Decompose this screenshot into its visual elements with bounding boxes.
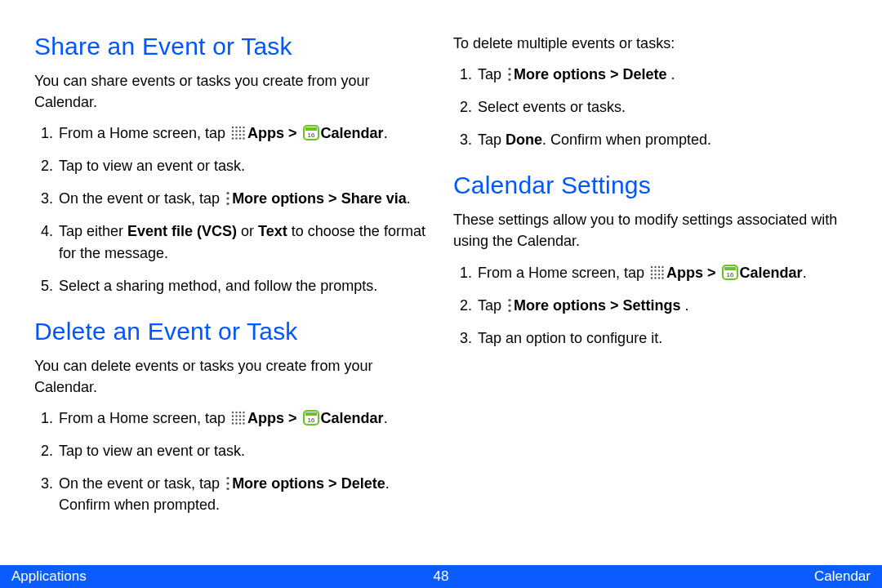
text: . Confirm when prompted. [542, 131, 711, 148]
calendar-icon: 16 [303, 409, 319, 425]
text: or [237, 223, 258, 239]
page-body: Share an Event or Task You can share eve… [0, 0, 882, 537]
delete-title: Delete an Event or Task [34, 318, 429, 345]
right-column: To delete multiple events or tasks: Tap … [453, 33, 848, 537]
svg-point-68 [508, 310, 510, 312]
svg-point-53 [658, 270, 660, 271]
calendar-label: Calendar [740, 265, 803, 281]
svg-point-1 [235, 127, 237, 128]
calendar-icon: 16 [722, 264, 738, 280]
share-step-3: On the event or task, tap More options >… [57, 188, 429, 209]
svg-point-66 [508, 299, 510, 301]
svg-point-26 [232, 415, 234, 416]
calendar-label: Calendar [321, 125, 384, 141]
text: Tap [478, 131, 506, 148]
svg-point-56 [654, 273, 656, 274]
svg-point-55 [651, 273, 653, 274]
svg-point-44 [508, 68, 510, 70]
svg-point-6 [239, 130, 241, 131]
text: Tap [478, 297, 506, 314]
svg-point-42 [227, 483, 229, 485]
settings-step-1: From a Home screen, tap Apps > 16Calenda… [476, 262, 848, 283]
svg-point-45 [508, 73, 510, 75]
text: Tap either [59, 223, 127, 239]
more-options-icon [225, 476, 230, 491]
svg-point-10 [239, 134, 241, 136]
svg-point-4 [232, 130, 234, 131]
svg-point-14 [239, 137, 241, 139]
delete-multi-step-2: Select events or tasks. [476, 96, 848, 118]
apps-label: Apps > [247, 125, 301, 141]
svg-point-58 [662, 273, 663, 274]
svg-point-30 [232, 419, 234, 421]
settings-step-2: Tap More options > Settings . [476, 295, 848, 316]
text: From a Home screen, tap [59, 125, 229, 141]
svg-point-46 [508, 78, 510, 81]
delete-multi-step-1: Tap More options > Delete . [476, 64, 848, 85]
svg-point-35 [235, 422, 237, 424]
svg-rect-39 [305, 412, 317, 416]
text: On the event or task, tap [59, 475, 224, 492]
more-options-icon [507, 67, 512, 82]
share-step-2: Tap to view an event or task. [57, 155, 429, 176]
more-options-label: More options > Share via [232, 190, 407, 207]
svg-point-34 [232, 422, 234, 424]
bold: Done [506, 131, 542, 148]
svg-point-49 [658, 265, 660, 267]
svg-point-23 [235, 412, 237, 413]
calendar-label: Calendar [321, 410, 384, 426]
settings-lead: These settings allow you to modify setti… [453, 209, 848, 252]
svg-point-61 [658, 277, 660, 278]
text: . [671, 66, 675, 82]
share-title: Share an Event or Task [34, 33, 429, 60]
apps-label: Apps > [247, 410, 301, 426]
svg-point-59 [651, 277, 653, 278]
svg-point-28 [239, 415, 241, 416]
svg-text:16: 16 [307, 131, 314, 139]
svg-point-0 [232, 127, 234, 128]
svg-point-36 [239, 422, 241, 424]
text: Tap [478, 66, 506, 82]
delete-multi-steps: Tap More options > Delete . Select event… [453, 64, 848, 150]
text: . [384, 125, 388, 141]
svg-point-9 [235, 134, 237, 136]
delete-step-2: Tap to view an event or task. [57, 440, 429, 461]
svg-point-11 [243, 134, 244, 136]
share-steps: From a Home screen, tap Apps > 16Calenda… [34, 122, 429, 296]
svg-point-15 [243, 137, 244, 139]
page-footer: Applications 48 Calendar [0, 565, 882, 588]
svg-point-25 [243, 412, 244, 413]
text: . [685, 297, 689, 314]
share-step-1: From a Home screen, tap Apps > 16Calenda… [57, 122, 429, 144]
svg-point-12 [232, 137, 234, 139]
settings-steps: From a Home screen, tap Apps > 16Calenda… [453, 262, 848, 349]
share-step-4: Tap either Event file (VCS) or Text to c… [57, 220, 429, 263]
svg-point-19 [227, 192, 229, 194]
svg-point-37 [243, 422, 244, 424]
svg-point-57 [658, 273, 660, 274]
svg-point-62 [662, 277, 663, 278]
share-step-5: Select a sharing method, and follow the … [57, 275, 429, 296]
svg-point-8 [232, 134, 234, 136]
svg-point-51 [651, 270, 653, 271]
svg-point-2 [239, 127, 241, 128]
more-options-label: More options > Delete [232, 475, 385, 492]
text: . [803, 265, 807, 281]
delete-lead: You can delete events or tasks you creat… [34, 355, 429, 398]
svg-point-20 [227, 198, 229, 200]
text: . [407, 190, 411, 207]
svg-point-31 [235, 419, 237, 421]
text: From a Home screen, tap [478, 265, 648, 281]
svg-point-22 [232, 412, 234, 413]
svg-point-43 [227, 488, 229, 490]
svg-text:16: 16 [726, 271, 733, 278]
settings-title: Calendar Settings [453, 172, 848, 199]
svg-point-7 [243, 130, 244, 131]
svg-point-3 [243, 127, 244, 128]
text: . [384, 410, 388, 426]
svg-point-67 [508, 304, 510, 306]
text: From a Home screen, tap [59, 410, 229, 426]
more-options-label: More options > Delete [514, 66, 671, 82]
svg-point-52 [654, 270, 656, 271]
svg-point-29 [243, 415, 244, 416]
